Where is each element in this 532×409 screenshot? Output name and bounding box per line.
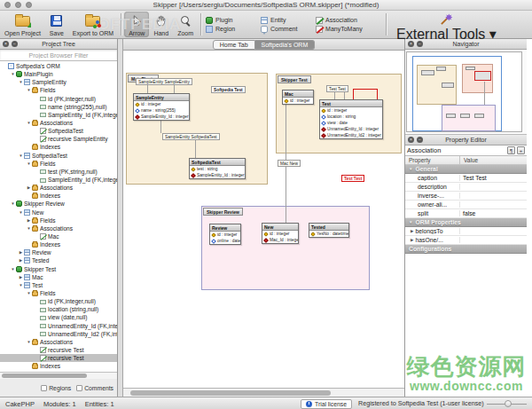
property-value[interactable]: false bbox=[460, 210, 527, 216]
association-label[interactable]: Test Test bbox=[326, 85, 348, 92]
tree-item-softpedia-s-orm[interactable]: Softpedia's ORM bbox=[0, 62, 117, 70]
entity-field[interactable]: SampleEntity_Id : integer bbox=[134, 114, 189, 120]
chevron-right-icon[interactable]: ▶ bbox=[18, 275, 24, 279]
chevron-down-icon[interactable]: ▼ bbox=[10, 267, 16, 271]
comments-checkbox[interactable]: Comments bbox=[76, 385, 113, 391]
tree-item-indexes[interactable]: Indexes bbox=[0, 143, 117, 151]
entity-field[interactable]: UnnamedEntity_Id2 : integer bbox=[320, 132, 382, 138]
chevron-down-icon[interactable]: ▼ bbox=[10, 72, 16, 76]
plugin-button[interactable]: Plugin bbox=[206, 17, 261, 24]
chevron-right-icon[interactable]: ▶ bbox=[26, 185, 32, 190]
tree-item-sampleentity-id-fk-integer-null-[interactable]: SampleEntity_Id (FK,integer,null) bbox=[0, 176, 117, 184]
arrow-button[interactable]: Arrow bbox=[124, 12, 149, 37]
entity-field[interactable]: view : date bbox=[320, 120, 382, 126]
property-section-configurations[interactable]: Configurations bbox=[405, 245, 527, 254]
tree-item-location-string-null-[interactable]: location (string,null) bbox=[0, 305, 117, 313]
chevron-down-icon[interactable]: ▼ bbox=[26, 161, 32, 166]
close-panel-icon[interactable]: × bbox=[3, 41, 9, 47]
tree-item-associations[interactable]: ▼Associations bbox=[0, 338, 117, 346]
export-to-orm-button[interactable]: Export to ORM bbox=[68, 12, 118, 37]
chevron-down-icon[interactable]: ▼ bbox=[26, 226, 32, 231]
collapse-property-editor-icon[interactable]: − bbox=[417, 137, 423, 143]
tree-item-softpediatest[interactable]: ▼SoftpediaTest bbox=[0, 152, 117, 160]
tree-item-indexes[interactable]: Indexes bbox=[0, 240, 117, 248]
close-navigator-icon[interactable]: × bbox=[408, 41, 414, 47]
tree-item-recursive-test[interactable]: recursive Test bbox=[0, 354, 117, 362]
entity-field[interactable]: online : date bbox=[210, 238, 240, 244]
property-row-caption[interactable]: captionTest Test bbox=[405, 174, 527, 183]
property-row-inverse-[interactable]: inverse-... bbox=[405, 192, 527, 201]
chevron-down-icon[interactable]: ▼ bbox=[18, 80, 24, 84]
add-property-icon[interactable]: + bbox=[517, 146, 525, 154]
entity-test[interactable]: Testid : integerlocation : stringview : … bbox=[319, 99, 383, 139]
collapse-navigator-icon[interactable]: − bbox=[417, 41, 423, 47]
tree-item-test-pk-string-null-[interactable]: test (PK,string,null) bbox=[0, 168, 117, 176]
tree-item-id-pk-integer-null-[interactable]: id (PK,integer,null) bbox=[0, 95, 117, 103]
entity-field[interactable]: name : string(255) bbox=[134, 107, 189, 114]
entity-field[interactable]: UnnamedEntity_Id : integer bbox=[320, 126, 382, 132]
tree-item-mac[interactable]: ▶Mac bbox=[0, 273, 117, 281]
property-row-split[interactable]: splitfalse bbox=[405, 209, 527, 218]
selected-association-loop[interactable] bbox=[353, 89, 378, 99]
property-section-general[interactable]: ▼General bbox=[405, 165, 527, 174]
entity-field[interactable]: id : integer bbox=[134, 101, 189, 107]
entity-field[interactable]: id : integer bbox=[262, 231, 298, 237]
comment-button[interactable]: Comment bbox=[261, 26, 316, 33]
zoom-slider[interactable] bbox=[487, 404, 527, 405]
chevron-down-icon[interactable]: ▼ bbox=[10, 201, 16, 206]
regions-checkbox[interactable]: Regions bbox=[41, 385, 71, 391]
chevron-down-icon[interactable]: ▼ bbox=[26, 121, 32, 125]
canvas-horizontal-scrollbar[interactable] bbox=[123, 388, 404, 397]
external-tools-button[interactable]: External Tools ▾ bbox=[389, 11, 504, 38]
tree-item-associations[interactable]: ▼Associations bbox=[0, 119, 117, 127]
tree-item-skipper-review[interactable]: ▼Skipper Review bbox=[0, 200, 117, 208]
zoom-slider-knob[interactable] bbox=[505, 400, 512, 407]
navigator-minimap[interactable] bbox=[406, 51, 522, 132]
chevron-down-icon[interactable]: ▼ bbox=[18, 283, 24, 287]
tree-item-id-pk-integer-null-[interactable]: id (PK,integer,null) bbox=[0, 297, 117, 305]
tree-item-review[interactable]: ▶Review bbox=[0, 248, 117, 256]
entity-new[interactable]: Newid : integerMac_Id : integer bbox=[262, 223, 299, 244]
entity-field[interactable]: SampleEntity_Id : integer bbox=[190, 172, 245, 178]
tree-item-test[interactable]: ▼Test bbox=[0, 281, 117, 289]
chevron-down-icon[interactable]: ▼ bbox=[26, 88, 32, 92]
pin-properties-icon[interactable]: ¶ bbox=[507, 146, 515, 154]
association-label[interactable]: SampleEntity SampleEntity bbox=[136, 78, 192, 85]
entity-field[interactable]: YesNo : datetime bbox=[309, 231, 348, 237]
tree-item-associations[interactable]: ▼Associations bbox=[0, 224, 117, 232]
property-section-orm-properties[interactable]: ▼ORM Properties bbox=[405, 218, 527, 227]
tree-item-new[interactable]: ▼New bbox=[0, 208, 117, 216]
tree-item-view-date-null-[interactable]: view (date,null) bbox=[0, 313, 117, 321]
entity-field[interactable]: id : integer bbox=[210, 232, 240, 238]
entity-field[interactable]: id : integer bbox=[283, 98, 313, 104]
tree-item-fields[interactable]: ▼Fields bbox=[0, 86, 117, 94]
entity-review[interactable]: Reviewid : integeronline : date bbox=[209, 224, 241, 245]
entity-field[interactable]: test : string bbox=[190, 166, 245, 172]
tree-item-softpediatest[interactable]: SoftpediaTest bbox=[0, 127, 117, 135]
save-button[interactable]: Save bbox=[45, 12, 68, 37]
zoom-button[interactable]: Zoom bbox=[173, 12, 198, 37]
region-button[interactable]: Region bbox=[206, 26, 261, 33]
tree-item-fields[interactable]: ▶Fields bbox=[0, 216, 117, 224]
tree-item-sampleentity[interactable]: ▼SampleEntity bbox=[0, 78, 117, 86]
project-browser-filter-input[interactable] bbox=[0, 50, 117, 61]
property-value[interactable]: Test Test bbox=[460, 175, 527, 181]
entity-field[interactable]: Mac_Id : integer bbox=[262, 237, 298, 243]
diagram-canvas[interactable]: MainPluginSkipper TestSkipper ReviewSamp… bbox=[123, 51, 404, 388]
collapse-panel-icon[interactable]: − bbox=[12, 41, 18, 47]
chevron-right-icon[interactable]: ▶ bbox=[18, 250, 24, 255]
chevron-right-icon[interactable]: ▶ bbox=[18, 258, 24, 263]
canvas-scrollbar-thumb[interactable] bbox=[130, 390, 331, 396]
trial-license-button[interactable]: Trial license bbox=[301, 399, 352, 409]
entity-sampleentity[interactable]: SampleEntityid : integername : string(25… bbox=[133, 93, 190, 121]
tree-horizontal-scrollbar[interactable] bbox=[0, 372, 117, 379]
tree-item-recursive-test[interactable]: recursive Test bbox=[0, 346, 117, 354]
tree-item-recursive-sampleentity[interactable]: recursive SampleEntity bbox=[0, 135, 117, 143]
property-row-belongsto[interactable]: ▶belongsTo bbox=[405, 227, 527, 236]
chevron-down-icon[interactable]: ▼ bbox=[26, 340, 32, 344]
tree-scrollbar-thumb[interactable] bbox=[2, 374, 87, 378]
entity-tested[interactable]: TestedYesNo : datetime bbox=[309, 223, 349, 238]
tree-item-mac[interactable]: Mac bbox=[0, 232, 117, 240]
entity-field[interactable]: id : integer bbox=[320, 107, 382, 114]
association-label[interactable]: SampleEntity SoftpediaTest bbox=[162, 133, 220, 140]
